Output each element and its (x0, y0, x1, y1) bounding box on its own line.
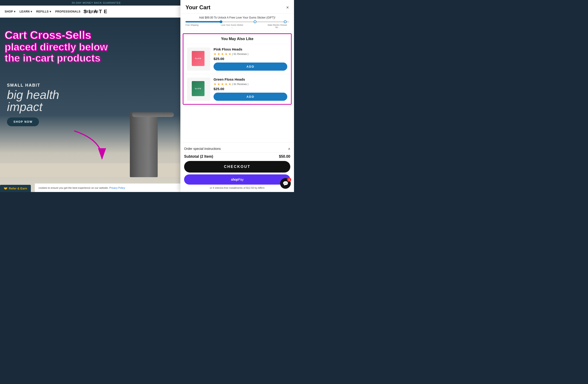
add-pink-button[interactable]: ADD (213, 62, 287, 71)
green-product-price: $25.00 (213, 87, 287, 91)
cart-body: You May Also Like Pink Floss Heads ★ ★ ★… (180, 31, 294, 142)
g-star-4: ★ (225, 82, 228, 86)
progress-labels: Free Shipping Love Your Gums Sticker ...… (186, 24, 289, 28)
cross-sells-section: You May Also Like Pink Floss Heads ★ ★ ★… (183, 33, 292, 105)
cross-sells-header: You May Also Like (183, 34, 291, 44)
cart-header: Your Cart × (180, 0, 294, 14)
green-review-count: ( 61 Reviews ) (232, 83, 248, 85)
cart-panel: Your Cart × Add $89.00 To Unlock A Free … (180, 0, 294, 192)
cross-sells-headline: Cart Cross-Sells placed directly below t… (5, 29, 108, 64)
g-star-2: ★ (217, 82, 220, 86)
green-product-info: Green Floss Heads ★ ★ ★ ★ ★ ( 61 Reviews… (213, 77, 287, 101)
faucet-body (130, 112, 158, 177)
star-4: ★ (225, 52, 228, 56)
close-cart-button[interactable]: × (286, 5, 289, 10)
refer-earn-icon: 🤝 (4, 187, 7, 190)
g-star-3: ★ (221, 82, 224, 86)
progress-label-1: Free Shipping (186, 24, 198, 28)
subtotal-label: Subtotal (2 Item) (184, 154, 213, 159)
pink-product-price: $25.00 (213, 57, 287, 61)
nav-item-refills[interactable]: REFILLS ▾ (36, 10, 51, 13)
chat-icon: 💬 (283, 181, 288, 186)
hero-text-overlay: Cart Cross-Sells placed directly below t… (5, 29, 108, 64)
pink-box (192, 51, 205, 66)
shop-now-button[interactable]: SHOP NOW (7, 117, 39, 126)
cross-sell-item-pink: Pink Floss Heads ★ ★ ★ ★ ★ ( 61 Reviews … (183, 44, 291, 74)
cart-footer: Order special instructions ∧ Subtotal (2… (180, 142, 294, 192)
nav-item-shop[interactable]: SHOP ▾ (5, 10, 15, 13)
installments-text: or 4 interest-free installments of $12.5… (184, 186, 290, 189)
cookie-bar: cookies to ensure you get the best exper… (35, 183, 192, 192)
pink-product-rating: ★ ★ ★ ★ ★ ( 61 Reviews ) (213, 52, 287, 56)
small-habit-text: SMALL HABIT big health impact SHOP NOW (7, 83, 59, 126)
star-3: ★ (221, 52, 224, 56)
shop-pay-logo: shopPay (231, 178, 243, 181)
green-product-rating: ★ ★ ★ ★ ★ ( 61 Reviews ) (213, 82, 287, 86)
star-2: ★ (217, 52, 220, 56)
cart-progress-section: Add $89.00 To Unlock A Free Love Your Gu… (180, 14, 294, 31)
nav-item-professionals[interactable]: PROFESSIONALS (55, 10, 81, 13)
subtotal-row: Subtotal (2 Item) $50.00 (184, 154, 290, 159)
chat-badge: 1 (287, 178, 291, 182)
pink-product-image (187, 47, 210, 71)
privacy-policy-link[interactable]: Privacy Policy (109, 186, 125, 189)
chat-bubble[interactable]: 💬 1 (280, 178, 291, 189)
green-product-image (187, 77, 210, 101)
checkout-button[interactable]: CHECKOUT (184, 161, 290, 173)
pink-review-count: ( 61 Reviews ) (232, 53, 248, 55)
green-box (192, 81, 205, 96)
arrow-graphic (65, 126, 111, 168)
chevron-up-icon: ∧ (288, 147, 290, 151)
progress-dot-2 (254, 20, 256, 23)
pink-product-name: Pink Floss Heads (213, 47, 287, 51)
cross-sell-item-green: Green Floss Heads ★ ★ ★ ★ ★ ( 61 Reviews… (183, 74, 291, 104)
cart-title: Your Cart (186, 4, 210, 11)
progress-bar-fill (186, 21, 222, 22)
green-product-name: Green Floss Heads (213, 77, 287, 81)
progress-dot-1 (220, 20, 222, 23)
website-background: 30-DAY MONEY BACK GUARANTEE SHOP ▾ LEARN… (0, 0, 192, 192)
progress-text: Add $89.00 To Unlock A Free Love Your Gu… (186, 16, 289, 19)
cookie-text: cookies to ensure you get the best exper… (39, 186, 108, 189)
navigation-bar: SHOP ▾ LEARN ▾ REFILLS ▾ PROFESSIONALS R… (0, 6, 192, 18)
shoppay-button[interactable]: shopPay (184, 174, 290, 185)
nav-item-learn[interactable]: LEARN ▾ (20, 10, 32, 13)
faucet-spout (132, 112, 174, 117)
refer-earn-label: Refer & Earn (9, 187, 27, 190)
special-instructions-label: Order special instructions (184, 147, 221, 151)
progress-label-2: Love Your Gums Sticker ... (220, 24, 244, 28)
progress-label-3: Slate Electric Flosser Sti... (266, 24, 289, 28)
star-5-half: ★ (228, 52, 231, 56)
pink-product-box (189, 50, 208, 68)
refer-earn-bar[interactable]: 🤝 Refer & Earn (0, 185, 31, 192)
hero-area: Cart Cross-Sells placed directly below t… (0, 18, 192, 191)
g-star-1: ★ (213, 82, 217, 86)
subtotal-amount: $50.00 (279, 154, 290, 159)
g-star-5-half: ★ (228, 82, 231, 86)
top-banner: 30-DAY MONEY BACK GUARANTEE (0, 0, 192, 6)
star-1: ★ (213, 52, 217, 56)
add-green-button[interactable]: ADD (213, 93, 287, 101)
green-product-box (189, 80, 208, 98)
site-logo: SLATE (84, 9, 109, 15)
progress-dot-3 (284, 20, 287, 23)
pink-product-info: Pink Floss Heads ★ ★ ★ ★ ★ ( 61 Reviews … (213, 47, 287, 71)
progress-bar-container (186, 21, 289, 22)
special-instructions-row[interactable]: Order special instructions ∧ (184, 145, 290, 153)
